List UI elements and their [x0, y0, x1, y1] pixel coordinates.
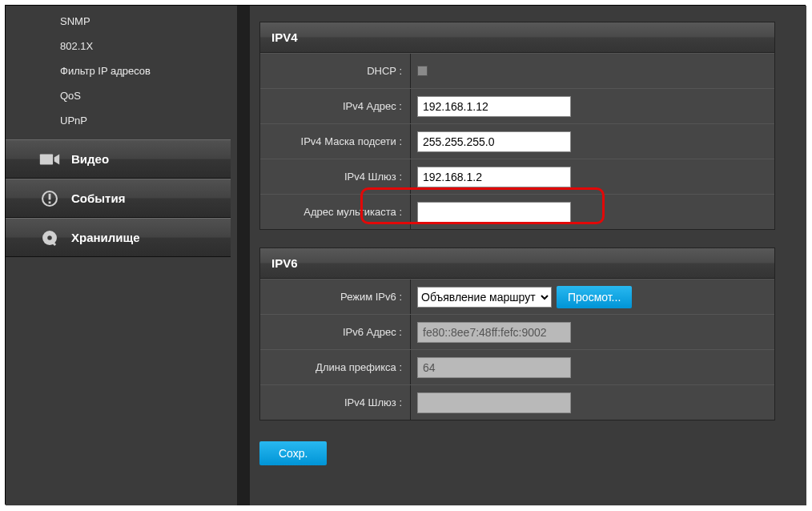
ipv6-view-button[interactable]: Просмот... — [557, 286, 632, 308]
ipv4-title: IPV4 — [260, 22, 774, 53]
camera-icon — [39, 151, 60, 168]
value-dhcp — [411, 54, 774, 88]
nav-storage-label: Хранилище — [71, 231, 140, 244]
ipv6-gateway-input — [417, 392, 571, 413]
row-ipv6-prefix: Длина префикса : — [260, 349, 774, 384]
row-ipv6-addr: IPv6 Адрес : — [260, 314, 774, 349]
save-button[interactable]: Сохр. — [259, 441, 327, 465]
sidebar-sub-snmp[interactable]: SNMP — [6, 9, 231, 34]
row-ipv4-multicast: Адрес мультикаста : — [260, 194, 774, 229]
row-ipv4-addr: IPv4 Адрес : — [260, 88, 774, 123]
ipv4-mask-input[interactable] — [417, 131, 571, 152]
value-ipv4-multicast — [411, 195, 774, 229]
sidebar-sub-8021x[interactable]: 802.1X — [6, 34, 231, 58]
label-ipv4-addr: IPv4 Адрес : — [260, 89, 411, 123]
nav-video-label: Видео — [71, 152, 109, 166]
row-ipv6-gateway: IPv4 Шлюз : — [260, 384, 774, 420]
nav-storage[interactable]: Хранилище — [6, 218, 231, 257]
sidebar-sub-upnp[interactable]: UPnP — [6, 108, 231, 133]
dhcp-checkbox[interactable] — [417, 66, 428, 76]
label-ipv6-prefix: Длина префикса : — [260, 350, 411, 384]
app-frame: SNMP 802.1X Фильтр IP адресов QoS UPnP В… — [5, 5, 806, 505]
label-ipv6-addr: IPv6 Адрес : — [260, 315, 411, 349]
value-ipv6-gateway — [411, 385, 774, 420]
label-ipv6-mode: Режим IPv6 : — [260, 280, 411, 314]
panel-wrap: IPV4 DHCP : IPv4 Адрес : IPv4 Маска подс… — [259, 22, 780, 465]
label-ipv4-mask: IPv4 Маска подсети : — [260, 124, 411, 159]
sidebar-sub-qos[interactable]: QoS — [6, 83, 231, 108]
ipv6-panel: IPV6 Режим IPv6 : Объявление маршрут Про… — [259, 247, 775, 420]
ipv4-multicast-input[interactable] — [417, 202, 571, 223]
nav-events[interactable]: События — [6, 179, 231, 218]
svg-rect-4 — [49, 201, 51, 203]
svg-point-6 — [47, 235, 52, 240]
value-ipv6-prefix — [411, 350, 774, 384]
ipv6-title: IPV6 — [260, 248, 774, 279]
row-ipv6-mode: Режим IPv6 : Объявление маршрут Просмот.… — [260, 279, 774, 314]
svg-marker-1 — [54, 154, 60, 164]
disk-icon — [39, 229, 60, 247]
ipv6-address-input — [417, 322, 571, 343]
value-ipv4-mask — [411, 124, 774, 159]
sidebar-sublist: SNMP 802.1X Фильтр IP адресов QoS UPnP — [6, 6, 231, 139]
save-row: Сохр. — [259, 438, 780, 465]
value-ipv4-addr — [411, 89, 774, 123]
value-ipv4-gateway — [411, 159, 774, 194]
svg-rect-3 — [49, 193, 51, 199]
value-ipv6-mode: Объявление маршрут Просмот... — [411, 280, 774, 314]
label-ipv4-gateway: IPv4 Шлюз : — [260, 159, 411, 194]
content-area: IPV4 DHCP : IPv4 Адрес : IPv4 Маска подс… — [231, 6, 806, 505]
row-ipv4-mask: IPv4 Маска подсети : — [260, 123, 774, 159]
row-ipv4-gateway: IPv4 Шлюз : — [260, 159, 774, 194]
nav-video[interactable]: Видео — [6, 139, 231, 179]
ipv4-panel: IPV4 DHCP : IPv4 Адрес : IPv4 Маска подс… — [259, 22, 775, 230]
ipv6-prefix-input — [417, 357, 571, 378]
ipv4-address-input[interactable] — [417, 96, 571, 117]
sidebar-sub-ipfilter[interactable]: Фильтр IP адресов — [6, 58, 231, 83]
ipv6-mode-select[interactable]: Объявление маршрут — [417, 287, 552, 308]
label-ipv6-gateway: IPv4 Шлюз : — [260, 385, 411, 420]
nav-events-label: События — [71, 191, 125, 205]
label-dhcp: DHCP : — [260, 54, 411, 88]
sidebar: SNMP 802.1X Фильтр IP адресов QoS UPnP В… — [6, 6, 231, 505]
ipv4-gateway-input[interactable] — [417, 167, 571, 187]
row-dhcp: DHCP : — [260, 53, 774, 88]
label-ipv4-multicast: Адрес мультикаста : — [260, 195, 411, 229]
alert-icon — [39, 190, 60, 207]
content-left-gutter — [237, 6, 250, 505]
svg-rect-0 — [40, 154, 53, 164]
value-ipv6-addr — [411, 315, 774, 349]
